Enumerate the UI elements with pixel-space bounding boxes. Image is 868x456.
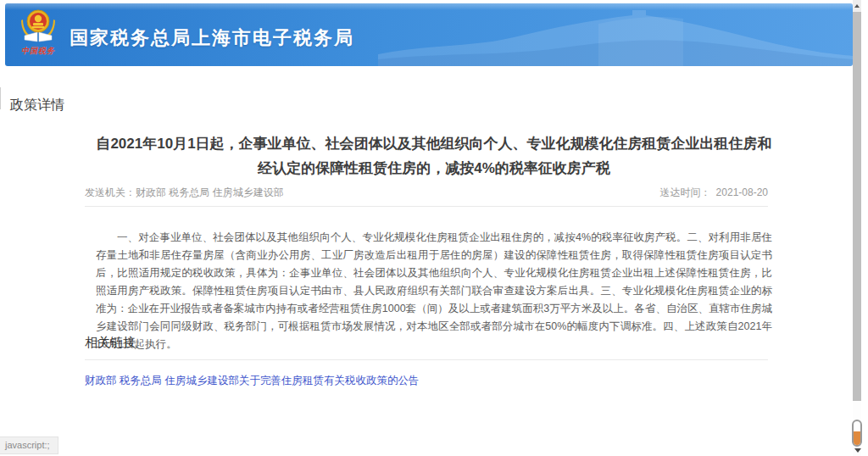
scroll-up-icon xyxy=(854,4,860,8)
browser-status-bar: javascript:; xyxy=(0,437,58,454)
scroll-down-icon[interactable] xyxy=(854,448,861,453)
policy-meta-row: 发送机关：财政部 税务总局 住房城乡建设部 送达时间：2021-08-20 xyxy=(85,186,768,201)
page-title: 政策详情 xyxy=(10,97,64,114)
related-link[interactable]: 财政部 税务总局 住房城乡建设部关于完善住房租赁有关税收政策的公告 xyxy=(85,374,419,388)
national-emblem-icon xyxy=(19,8,57,45)
vertical-scrollbar[interactable] xyxy=(853,0,861,456)
scroll-progress-fill xyxy=(854,431,860,445)
site-title: 国家税务总局上海市电子税务局 xyxy=(70,25,354,51)
delivery-time: 送达时间：2021-08-20 xyxy=(660,186,768,200)
delivery-date: 2021-08-20 xyxy=(716,186,768,198)
related-links-heading: 相关链接 xyxy=(85,335,136,351)
great-wall-decoration xyxy=(378,3,853,66)
scrollbar-thumb[interactable] xyxy=(853,12,861,401)
header-banner: 中国税务 国家税务总局上海市电子税务局 xyxy=(5,3,853,66)
left-panel-edge xyxy=(0,87,1,109)
sender-authority: 发送机关：财政部 税务总局 住房城乡建设部 xyxy=(85,186,284,200)
scroll-progress-indicator[interactable] xyxy=(852,420,862,447)
sender-value: 财政部 税务总局 住房城乡建设部 xyxy=(136,186,284,198)
sender-label: 发送机关： xyxy=(85,186,136,198)
meta-divider xyxy=(85,206,768,207)
policy-body-text: 一、对企事业单位、社会团体以及其他组织向个人、专业化规模化住房租赁企业出租住房的… xyxy=(96,229,772,353)
logo-caption: 中国税务 xyxy=(14,46,63,58)
policy-title: 自2021年10月1日起，企事业单位、社会团体以及其他组织向个人、专业化规模化住… xyxy=(95,131,773,181)
tax-bureau-logo: 中国税务 xyxy=(14,8,63,62)
scroll-up-button[interactable] xyxy=(853,0,861,12)
delivery-label: 送达时间： xyxy=(660,186,711,198)
related-links-divider xyxy=(85,359,768,360)
